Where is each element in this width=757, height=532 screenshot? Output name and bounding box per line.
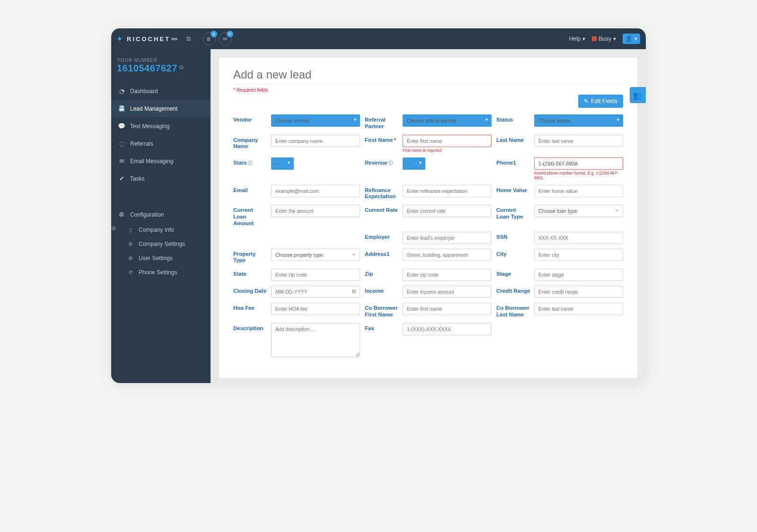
loan-amount-input[interactable] bbox=[271, 205, 360, 217]
first-name-error: First name is required bbox=[403, 148, 492, 153]
doc-notifications-button[interactable]: 🗎 0 bbox=[202, 32, 216, 45]
nav-referrals[interactable]: ◌Referrals bbox=[111, 135, 211, 152]
people-icon: 👥 bbox=[633, 91, 643, 100]
revenue-select[interactable]: -- bbox=[403, 157, 425, 170]
speech-bubble-icon: 💬 bbox=[118, 122, 125, 130]
mail-notifications-button[interactable]: ✉ 0 bbox=[219, 32, 232, 45]
city-input[interactable] bbox=[534, 249, 623, 261]
config-company-settings[interactable]: ⚙Company Settings bbox=[111, 237, 211, 251]
income-input[interactable] bbox=[403, 286, 492, 298]
rate-input[interactable] bbox=[403, 205, 492, 217]
nav-dashboard[interactable]: ◔Dashboard bbox=[111, 82, 211, 100]
company-input[interactable] bbox=[271, 135, 360, 147]
refi-input[interactable] bbox=[403, 185, 492, 197]
ssn-input[interactable] bbox=[534, 232, 623, 244]
edit-icon: ✎ bbox=[584, 98, 589, 105]
add-lead-card: Add a new lead * Required fields ✎Edit F… bbox=[219, 58, 637, 378]
income-label: Income bbox=[365, 286, 399, 298]
building-icon: ▯ bbox=[127, 227, 134, 233]
sidebar: YOUR NUMBER 16105467627 ⧉ ◔Dashboard 📇Le… bbox=[111, 49, 211, 383]
stars-select[interactable]: -- bbox=[271, 157, 294, 170]
your-number-value: 16105467627 bbox=[117, 63, 177, 74]
home-value-label: Home Value bbox=[496, 185, 530, 201]
address1-label: Address1 bbox=[365, 249, 399, 264]
brand-logo: ✦ RICOCHET360 bbox=[117, 35, 177, 43]
address1-input[interactable] bbox=[403, 249, 492, 261]
stage-input[interactable] bbox=[534, 269, 623, 281]
loan-amount-label: Current Loan Amount bbox=[233, 205, 267, 227]
first-name-label: First Name* bbox=[365, 135, 399, 153]
info-icon: ⓘ bbox=[388, 160, 393, 166]
config-company-info[interactable]: ▯Company Info bbox=[111, 223, 211, 237]
status-indicator-icon bbox=[592, 36, 597, 41]
co-ln-label: Co Borrower Last Name bbox=[496, 303, 530, 318]
edit-fields-button[interactable]: ✎Edit Fields bbox=[578, 95, 623, 108]
envelope-icon: ✉ bbox=[118, 157, 125, 165]
gear-icon: ⚙ bbox=[127, 241, 134, 247]
app-window: ⚙ ✦ RICOCHET360 ≡ 🗎 0 ✉ 0 Help▾ Busy▾ 👤▾ bbox=[111, 28, 646, 383]
credit-label: Credit Range bbox=[496, 286, 530, 298]
chevron-down-icon: ▾ bbox=[613, 35, 616, 42]
status-menu[interactable]: Busy▾ bbox=[592, 35, 616, 42]
config-header[interactable]: ⚙Configuration bbox=[111, 206, 211, 223]
first-name-input[interactable] bbox=[403, 135, 492, 147]
vendor-label: Vendor bbox=[233, 114, 267, 130]
chevron-down-icon: ▾ bbox=[634, 35, 637, 42]
nav-email-messaging[interactable]: ✉Email Messaging bbox=[111, 152, 211, 170]
page-title: Add a new lead bbox=[233, 68, 623, 81]
required-note: * Required fields bbox=[233, 87, 623, 93]
fax-input[interactable] bbox=[403, 323, 492, 335]
last-name-label: Last Name bbox=[496, 135, 530, 153]
nav-tasks[interactable]: ✔Tasks bbox=[111, 170, 211, 187]
property-type-label: Property Type bbox=[233, 249, 267, 264]
folder-user-icon: 📇 bbox=[118, 105, 125, 112]
credit-input[interactable] bbox=[534, 286, 623, 298]
refi-label: Refinance Expectation bbox=[365, 185, 399, 201]
people-float-button[interactable]: 👥 bbox=[630, 87, 646, 103]
loan-type-select[interactable]: Choose loan type bbox=[534, 205, 623, 217]
closing-date-input[interactable] bbox=[271, 286, 360, 298]
employer-label: Employer bbox=[365, 232, 399, 244]
desc-textarea[interactable] bbox=[271, 323, 360, 357]
referral-label: Referral Partner bbox=[365, 114, 399, 130]
company-label: Company Name bbox=[233, 135, 267, 153]
referral-select[interactable]: Choose referal partner bbox=[403, 114, 492, 127]
gear-icon: ⚙ bbox=[118, 211, 125, 218]
user-menu[interactable]: 👤▾ bbox=[623, 34, 640, 44]
email-input[interactable] bbox=[271, 185, 360, 197]
mail-icon: ✉ bbox=[223, 36, 227, 42]
nav-text-messaging[interactable]: 💬Text Messaging bbox=[111, 117, 211, 135]
nav-lead-management[interactable]: 📇Lead Management bbox=[111, 100, 211, 117]
hoa-input[interactable] bbox=[271, 303, 360, 315]
config-phone-settings[interactable]: ✆Phone Settings bbox=[111, 265, 211, 279]
menu-toggle-icon[interactable]: ≡ bbox=[186, 34, 191, 44]
zip-label: Zip bbox=[365, 269, 399, 281]
co-fn-input[interactable] bbox=[403, 303, 492, 315]
status-label: Status bbox=[496, 114, 530, 130]
vendor-select[interactable]: Choose vendor bbox=[271, 114, 360, 127]
phone1-error: Invalid phone number format. E.g. 1-(234… bbox=[534, 171, 623, 180]
closing-date-label: Closing Date bbox=[233, 286, 267, 298]
zip-input[interactable] bbox=[403, 269, 492, 281]
stars-label: Starsⓘ bbox=[233, 157, 267, 180]
status-select[interactable]: Choose status bbox=[534, 114, 623, 127]
copy-icon[interactable]: ⧉ bbox=[179, 64, 184, 70]
state-input[interactable] bbox=[271, 269, 360, 281]
employer-input[interactable] bbox=[403, 232, 492, 244]
config-user-settings[interactable]: ⚙User Settings bbox=[111, 251, 211, 265]
document-icon: 🗎 bbox=[206, 36, 211, 42]
doc-badge: 0 bbox=[211, 31, 217, 37]
circle-dots-icon: ◌ bbox=[118, 140, 125, 147]
info-icon: ⓘ bbox=[248, 160, 253, 166]
last-name-input[interactable] bbox=[534, 135, 623, 147]
property-type-select[interactable]: Choose property type bbox=[271, 249, 360, 261]
co-ln-input[interactable] bbox=[534, 303, 623, 315]
rate-label: Current Rate bbox=[365, 205, 399, 227]
gears-icon: ⚙ bbox=[127, 255, 134, 262]
revenue-label: Revenueⓘ bbox=[365, 157, 399, 180]
home-value-input[interactable] bbox=[534, 185, 623, 197]
hoa-label: Hoa Fee bbox=[233, 303, 267, 318]
help-menu[interactable]: Help▾ bbox=[569, 35, 586, 42]
phone-icon: ✆ bbox=[127, 270, 134, 276]
phone1-input[interactable] bbox=[534, 157, 623, 170]
